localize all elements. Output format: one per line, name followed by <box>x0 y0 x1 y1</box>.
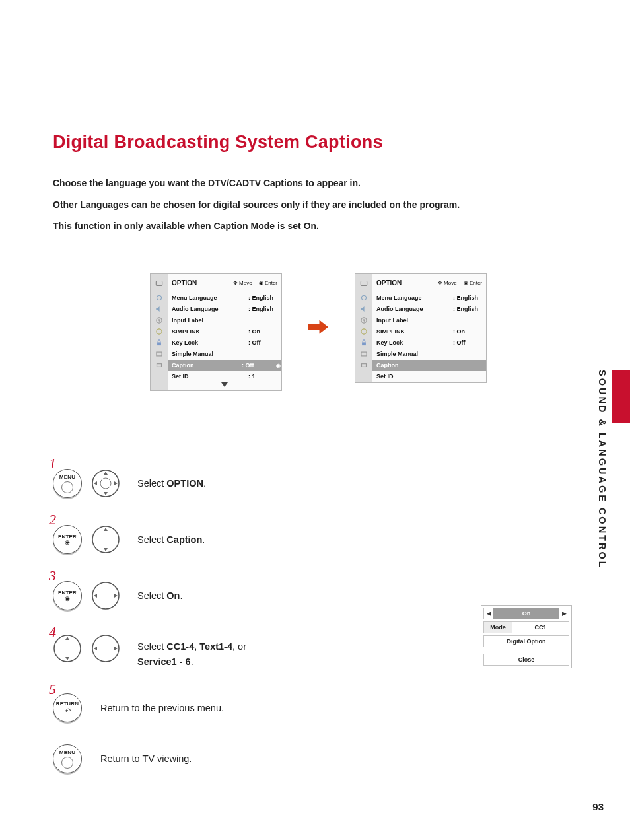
osd-hints: ✥ Move ◉ Enter <box>438 280 486 286</box>
step-number: 1 <box>49 455 56 472</box>
osd-panel-right: OPTION ✥ Move ◉ Enter <box>355 273 487 383</box>
svg-rect-0 <box>156 281 162 285</box>
popup-mode-label: Mode <box>483 621 512 633</box>
picture-icon <box>155 293 164 302</box>
caret-down-icon <box>168 382 281 390</box>
step-3: 3 ENTER ◉ Select On. <box>53 578 584 614</box>
lock-icon <box>155 338 164 347</box>
remote-dpad-updown <box>91 525 120 554</box>
section-tab-marker <box>612 370 630 423</box>
svg-rect-12 <box>361 352 367 356</box>
svg-point-8 <box>362 296 367 300</box>
usb-icon <box>155 361 164 370</box>
page-number-rule <box>571 796 610 796</box>
time-icon <box>155 316 164 325</box>
remote-dpad-updown <box>53 634 82 663</box>
remote-return-button: RETURN ↶ <box>53 693 82 722</box>
remote-menu-button: MENU <box>53 744 82 773</box>
intro-text: Choose the language you want the DTV/CAD… <box>53 174 584 235</box>
section-title-vertical: SOUND & LANGUAGE CONTROL <box>597 370 608 621</box>
osd-heading: OPTION <box>168 279 233 287</box>
step-5: 5 RETURN ↶ Return to the previous menu. <box>53 690 584 726</box>
remote-enter-button: ENTER ◉ <box>53 525 82 554</box>
option-icon <box>155 327 164 336</box>
step-number: 2 <box>49 511 56 528</box>
osd-category-icons <box>151 293 168 390</box>
empty-icon <box>359 372 368 381</box>
remote-dpad-all <box>91 469 120 498</box>
osd-panel-left: OPTION ✥ Move ◉ Enter <box>150 273 282 391</box>
page-number: 93 <box>592 801 604 812</box>
osd-heading: OPTION <box>372 279 438 287</box>
svg-point-3 <box>157 329 162 334</box>
osd-hints: ✥ Move ◉ Enter <box>233 280 281 286</box>
channel-icon <box>155 279 164 288</box>
svg-point-10 <box>361 329 367 334</box>
remote-dpad-leftright <box>91 634 120 663</box>
step-number: 5 <box>49 681 56 698</box>
osd-item-list: Menu Language: English Audio Language: E… <box>168 293 281 390</box>
step-4: 4 Select CC1-4, Text1-4, orService1 - 6. <box>53 634 584 670</box>
svg-rect-11 <box>362 343 366 346</box>
svg-point-15 <box>100 478 111 489</box>
usb-icon <box>359 361 368 370</box>
sound-icon <box>155 304 164 314</box>
step-2: 2 ENTER ◉ Select Caption. <box>53 522 584 558</box>
step-6: MENU Return to TV viewing. <box>53 741 584 777</box>
remote-dpad-leftright <box>91 581 120 610</box>
divider <box>50 440 578 440</box>
remote-menu-button: MENU <box>53 469 82 498</box>
svg-rect-13 <box>362 364 367 367</box>
empty-icon <box>155 372 164 381</box>
time-icon <box>359 316 368 325</box>
input-icon <box>359 349 368 359</box>
page-title: Digital Broadcasting System Captions <box>53 132 584 153</box>
picture-icon <box>359 293 368 302</box>
svg-rect-6 <box>157 364 162 367</box>
svg-point-1 <box>157 296 162 300</box>
arrow-right-icon <box>308 320 328 334</box>
sound-icon <box>359 304 368 314</box>
svg-rect-4 <box>157 343 161 346</box>
osd-category-icons <box>355 293 372 382</box>
step-number: 3 <box>49 567 56 584</box>
input-icon <box>155 349 164 359</box>
osd-item-list: Menu Language: English Audio Language: E… <box>372 293 486 382</box>
enter-dot-icon <box>275 362 281 368</box>
remote-enter-button: ENTER ◉ <box>53 581 82 610</box>
popup-mode-value[interactable]: CC1 <box>512 621 569 633</box>
lock-icon <box>359 338 368 347</box>
channel-icon <box>359 279 368 288</box>
svg-rect-5 <box>157 352 162 356</box>
option-icon <box>359 327 368 336</box>
step-1: 1 MENU Select OPTION. <box>53 466 584 502</box>
svg-rect-7 <box>361 281 367 285</box>
